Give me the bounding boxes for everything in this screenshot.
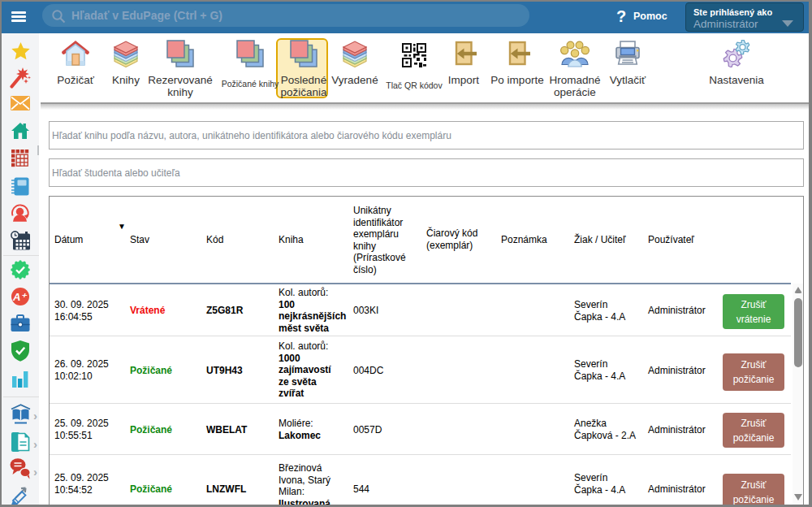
svg-text:A⁺: A⁺	[12, 291, 28, 303]
